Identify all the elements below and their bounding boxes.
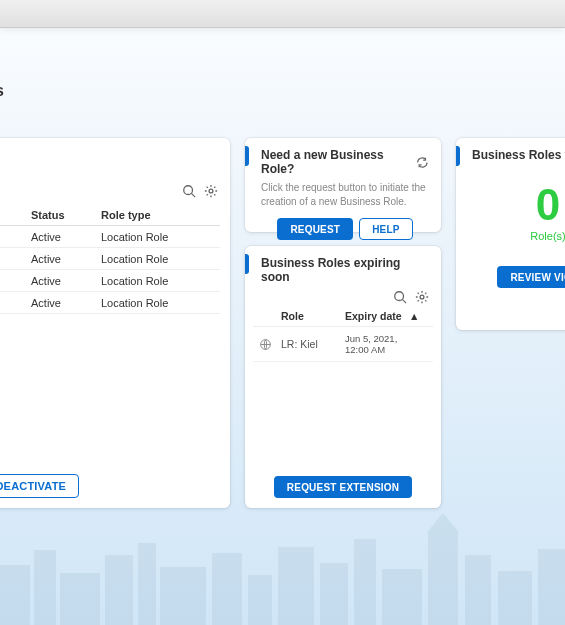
request-button[interactable]: REQUEST [277, 218, 353, 240]
svg-rect-23 [538, 549, 565, 625]
table-row[interactable]: Active Location Role [0, 248, 220, 270]
refresh-icon[interactable] [416, 156, 429, 169]
svg-rect-14 [248, 575, 272, 625]
sod-count-label: Role(s) [472, 230, 565, 242]
table-header[interactable]: ▲ Status Role type [0, 204, 220, 226]
location-icon [259, 338, 272, 351]
card-accent [456, 146, 460, 166]
svg-rect-19 [428, 531, 458, 625]
gear-icon[interactable] [415, 290, 429, 304]
svg-line-1 [192, 194, 196, 198]
request-role-card: Need a new Business Role? Click the requ… [245, 138, 441, 232]
search-icon[interactable] [393, 290, 407, 304]
svg-point-5 [420, 295, 424, 299]
table-row[interactable]: Active Location Role [0, 270, 220, 292]
skyline-decoration [0, 495, 565, 625]
table-row[interactable]: Active Location Role [0, 292, 220, 314]
my-roles-card: ▲ Status Role type Active Location Role … [0, 138, 230, 508]
help-button[interactable]: HELP [359, 218, 412, 240]
sort-indicator[interactable]: ▲ [409, 310, 423, 322]
svg-point-2 [209, 189, 213, 193]
roles-table: ▲ Status Role type Active Location Role … [0, 204, 220, 314]
svg-point-0 [184, 186, 193, 195]
column-role[interactable]: Role [281, 310, 345, 322]
cell-expiry: Jun 5, 2021, 12:00 AM [345, 333, 409, 355]
cell-role-type: Location Role [101, 275, 220, 287]
cell-status: Active [31, 297, 101, 309]
table-row[interactable]: LR: Kiel Jun 5, 2021, 12:00 AM [253, 327, 433, 362]
column-role-type[interactable]: Role type [101, 209, 220, 221]
cell-role-type: Location Role [101, 231, 220, 243]
svg-rect-18 [382, 569, 422, 625]
svg-rect-10 [105, 555, 133, 625]
expiring-roles-card: Business Roles expiring soon Role Expiry… [245, 246, 441, 508]
svg-rect-15 [278, 547, 314, 625]
svg-rect-16 [320, 563, 348, 625]
svg-rect-13 [212, 553, 242, 625]
table-row[interactable]: Active Location Role [0, 226, 220, 248]
cell-status: Active [31, 231, 101, 243]
svg-point-3 [395, 292, 404, 301]
gear-icon[interactable] [204, 184, 218, 198]
search-icon[interactable] [182, 184, 196, 198]
svg-rect-21 [465, 555, 491, 625]
card-subtitle: Click the request button to initiate the… [261, 181, 429, 208]
table-header[interactable]: Role Expiry date ▲ [253, 306, 433, 327]
svg-rect-8 [34, 550, 56, 625]
page-title: s [0, 82, 4, 100]
cell-role-type: Location Role [101, 297, 220, 309]
svg-rect-17 [354, 539, 376, 625]
svg-rect-11 [138, 543, 156, 625]
svg-rect-9 [60, 573, 100, 625]
svg-rect-22 [498, 571, 532, 625]
card-accent [245, 254, 249, 274]
svg-rect-12 [160, 567, 206, 625]
cell-role-type: Location Role [101, 253, 220, 265]
svg-rect-7 [0, 565, 30, 625]
svg-marker-20 [428, 513, 458, 531]
card-title: Need a new Business Role? [261, 148, 416, 176]
cell-role: LR: Kiel [281, 338, 345, 350]
app-top-bar [0, 0, 565, 28]
column-status[interactable]: Status [31, 209, 101, 221]
card-title: Business Roles expiring soon [261, 256, 429, 284]
review-violations-button[interactable]: REVIEW VIOLA [497, 266, 565, 288]
card-title: Business Roles with SoD [472, 148, 565, 162]
svg-line-4 [403, 300, 407, 304]
sod-card: Business Roles with SoD 0 Role(s) REVIEW… [456, 138, 565, 330]
cell-status: Active [31, 275, 101, 287]
card-accent [245, 146, 249, 166]
sod-count: 0 [472, 180, 565, 230]
column-expiry[interactable]: Expiry date [345, 310, 409, 322]
cell-status: Active [31, 253, 101, 265]
